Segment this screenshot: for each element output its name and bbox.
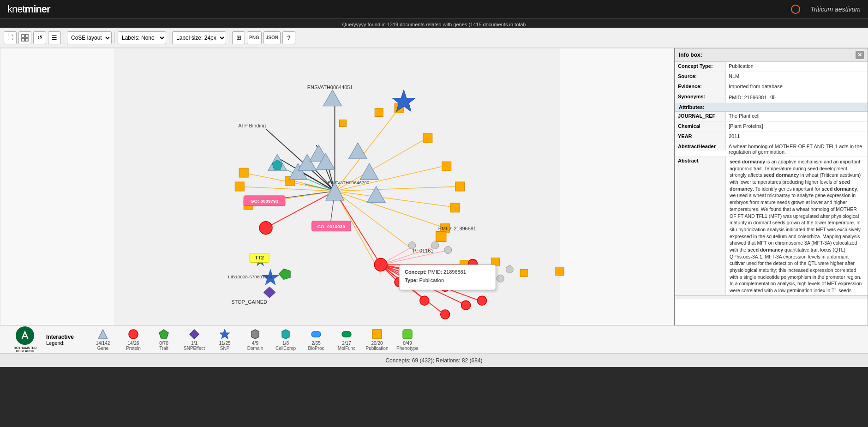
rothamsted-text: ROTHAMSTEDRESEARCH [14, 346, 36, 353]
source-label: Source: [675, 72, 726, 82]
legend-domain[interactable]: 4/9 Domain [244, 329, 267, 351]
legend-cellcomp[interactable]: 1/8 CellComp [274, 329, 297, 351]
phenotype-name: Phenotype [396, 346, 419, 351]
cellcomp-count: 1/8 [282, 341, 289, 346]
svg-marker-114 [190, 330, 199, 339]
svg-marker-117 [282, 330, 289, 339]
domain-name: Domain [247, 346, 263, 351]
snpeffect-count: 1/1 [191, 341, 198, 346]
legend-publication[interactable]: 20/20 Publication [365, 329, 389, 351]
visibility-icon[interactable]: 👁 [770, 94, 776, 101]
svg-point-70 [374, 258, 387, 271]
info-concept-type-row: Concept Type: Publication [675, 62, 868, 72]
cellcomp-icon [280, 329, 291, 340]
trait-name: Trait [159, 346, 168, 351]
chemical-value: [Plant Proteins] [726, 122, 868, 132]
legend-phenotype[interactable]: 0/49 Phenotype [396, 329, 419, 351]
bioproc-icon [311, 329, 322, 340]
svg-rect-119 [342, 331, 351, 337]
attributes-header: Attributes: [675, 103, 868, 112]
save-png-button[interactable]: PNG [247, 31, 262, 44]
graph-svg: GO: 0009793 GO: 0010030 TT2 PF01161 PMID… [0, 48, 674, 325]
legend-gene[interactable]: 14/142 Gene [91, 329, 114, 351]
svg-marker-116 [251, 330, 259, 339]
gene-name: Gene [97, 346, 108, 351]
legend-molfunc[interactable]: 2/17 MolFunc [335, 329, 358, 351]
year-label: YEAR [675, 132, 726, 142]
main-content: GO: 0009793 GO: 0010030 TT2 PF01161 PMID… [0, 48, 868, 325]
fit-button[interactable]: ⛶ [4, 31, 17, 44]
chemical-label: Chemical [675, 122, 726, 132]
svg-text:ENSVATH00646790: ENSVATH00646790 [328, 180, 370, 185]
legend-sublabel: Legend: [46, 340, 65, 346]
svg-text:GO: 0010030: GO: 0010030 [317, 224, 345, 229]
gene-icon [97, 329, 108, 340]
header-right: Triticum aestivum [791, 5, 861, 14]
rothamsted-logo: ROTHAMSTEDRESEARCH [14, 326, 36, 353]
svg-rect-51 [235, 182, 244, 191]
toolbar: ⛶ ↺ ☰ CoSE layout Circle layout Grid lay… [0, 28, 868, 48]
svg-point-69 [259, 222, 272, 235]
svg-rect-45 [442, 162, 451, 171]
svg-point-87 [506, 265, 513, 273]
info-box-close-button[interactable]: ✕ [856, 51, 864, 59]
svg-text:PMID: 21896881: PMID: 21896881 [438, 226, 476, 231]
domain-count: 4/9 [252, 341, 258, 346]
svg-marker-113 [159, 330, 168, 338]
legend-snpeffect[interactable]: 1/1 SNPEffect [183, 329, 206, 351]
help-button[interactable]: ? [282, 31, 295, 44]
info-box: Info box: ✕ Concept Type: Publication So… [674, 48, 868, 325]
trait-count: 0/70 [159, 341, 168, 346]
publication-icon [371, 329, 383, 340]
abstract-label: Abstract [675, 156, 726, 295]
reset-button[interactable]: ↺ [33, 31, 46, 44]
info-abstract-header-row: AbstractHeader A wheat homolog of MOTHER… [675, 142, 868, 156]
list-button[interactable]: ☰ [48, 31, 61, 44]
grid-button[interactable]: ⊞ [232, 31, 245, 44]
abstract-header-label: AbstractHeader [675, 142, 726, 150]
status-text: Concepts: 69 (432); Relations: 82 (684) [385, 357, 482, 364]
svg-rect-121 [403, 330, 412, 339]
journal-value: The Plant cell [726, 112, 868, 121]
svg-rect-88 [436, 232, 446, 242]
legend-bar: ROTHAMSTEDRESEARCH Interactive Legend: 1… [0, 325, 868, 353]
svg-text:Concept: PMID: 21896881: Concept: PMID: 21896881 [405, 269, 466, 275]
snp-count: 11/25 [219, 341, 230, 346]
abstract-text: seed dormancy is an adaptive mechanism a… [726, 156, 868, 295]
notification-icon[interactable] [791, 5, 800, 14]
svg-rect-0 [22, 35, 24, 37]
save-json-button[interactable]: JSON [263, 31, 281, 44]
info-synonyms-row: Synonyms: PMID: 21896881 👁 [675, 92, 868, 103]
legend-label-container: Interactive Legend: [46, 334, 83, 346]
toolbar-divider-3 [169, 32, 169, 43]
label-size-select[interactable]: Label size: 24px Label size: 18px Label … [172, 31, 226, 44]
svg-rect-44 [423, 133, 432, 143]
legend-protein[interactable]: 14/26 Protein [122, 329, 145, 351]
app-logo: knetminer [7, 3, 50, 15]
svg-point-83 [444, 247, 452, 254]
svg-rect-46 [455, 182, 465, 191]
svg-marker-115 [220, 329, 230, 339]
protein-name: Protein [126, 346, 141, 351]
svg-rect-57 [556, 267, 564, 275]
abstract-header-value: A wheat homolog of MOTHER OF FT AND TFL1… [726, 142, 868, 156]
labels-select[interactable]: Labels: None Labels: Name Labels: All [118, 31, 166, 44]
layout-select[interactable]: CoSE layout Circle layout Grid layout Br… [67, 31, 112, 44]
legend-snp[interactable]: 11/25 SNP [213, 329, 236, 351]
legend-bioproc[interactable]: 2/65 BioProc [305, 329, 328, 351]
svg-text:GO: 0009793: GO: 0009793 [251, 198, 279, 204]
concept-type-label: Concept Type: [675, 62, 726, 72]
snp-name: SNP [220, 346, 230, 351]
synonyms-text: PMID: 21896881 [729, 95, 767, 100]
svg-point-112 [129, 330, 138, 339]
publication-count: 20/20 [371, 341, 383, 346]
gene-count: 14/142 [96, 341, 110, 346]
graph-canvas[interactable]: GO: 0009793 GO: 0010030 TT2 PF01161 PMID… [0, 48, 674, 325]
status-bar: Concepts: 69 (432); Relations: 82 (684) [0, 353, 868, 367]
overview-button[interactable] [18, 31, 31, 44]
toolbar-divider-2 [114, 32, 115, 43]
svg-point-78 [441, 310, 450, 319]
legend-trait[interactable]: 0/70 Trait [152, 329, 175, 351]
protein-count: 14/26 [127, 341, 139, 346]
cellcomp-name: CellComp [275, 346, 296, 351]
